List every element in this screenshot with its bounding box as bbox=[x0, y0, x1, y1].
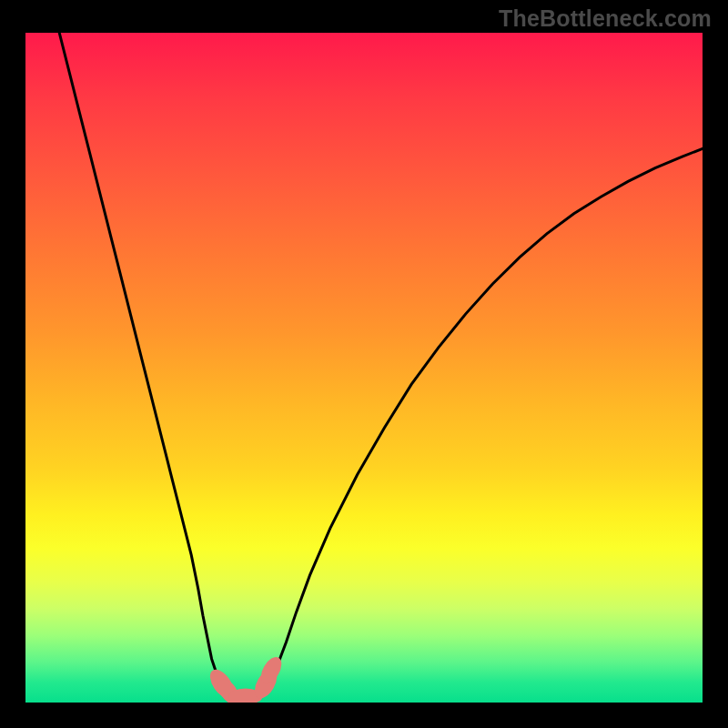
bottleneck-curve bbox=[59, 33, 703, 697]
curve-layer bbox=[25, 33, 703, 703]
watermark: TheBottleneck.com bbox=[499, 5, 712, 32]
plot-area bbox=[25, 33, 703, 703]
marker-group bbox=[206, 653, 286, 703]
curve-group bbox=[59, 33, 703, 697]
chart-container: TheBottleneck.com bbox=[0, 0, 728, 728]
